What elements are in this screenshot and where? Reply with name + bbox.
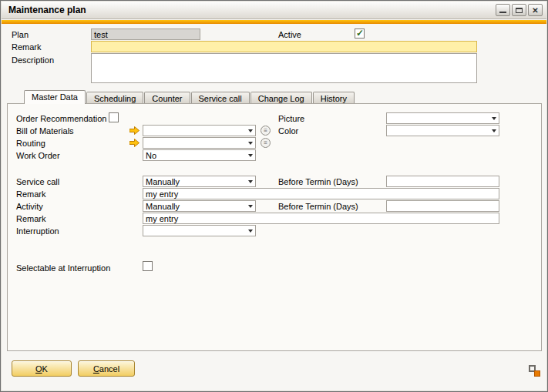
service-before-termin-label: Before Termin (Days): [278, 177, 358, 186]
description-field[interactable]: [91, 53, 477, 83]
description-label: Description: [12, 55, 54, 65]
activity-before-termin-label: Before Termin (Days): [278, 202, 358, 211]
work-order-label: Work Order: [16, 151, 60, 160]
service-call-combo-value: Manually: [146, 177, 180, 186]
resize-grip-icon[interactable]: [528, 364, 541, 377]
maintenance-plan-window: Maintenance plan ✕ Plan test Active Rema…: [0, 0, 548, 392]
bill-of-materials-combo[interactable]: [143, 125, 256, 136]
remark-label: Remark: [12, 42, 42, 52]
close-button[interactable]: ✕: [528, 4, 543, 16]
link-arrow-icon[interactable]: [129, 126, 140, 135]
window-title: Maintenance plan: [8, 5, 86, 15]
minimize-button[interactable]: [496, 4, 510, 16]
maximize-icon: [516, 8, 523, 13]
master-data-panel: [7, 103, 542, 351]
window-controls: ✕: [496, 4, 543, 16]
activity-label: Activity: [16, 202, 43, 211]
active-checkbox[interactable]: [355, 28, 365, 39]
activity-before-termin-field[interactable]: [386, 200, 499, 212]
tab-strip: Master Data Scheduling Counter Service c…: [24, 90, 355, 104]
chevron-down-icon: [492, 117, 496, 120]
bill-of-materials-label: Bill of Materials: [16, 126, 74, 136]
close-icon: ✕: [529, 5, 542, 15]
activity-remark-field[interactable]: my entry: [143, 213, 499, 224]
cancel-button-label-rest: ancel: [99, 364, 119, 374]
chevron-down-icon: [492, 129, 496, 132]
remark-field[interactable]: [91, 41, 477, 52]
chevron-down-icon: [248, 180, 253, 183]
activity-remark-label: Remark: [16, 214, 46, 223]
minimize-icon: [499, 12, 506, 13]
activity-combo[interactable]: Manually: [143, 200, 256, 212]
tab-master-data[interactable]: Master Data: [24, 90, 86, 104]
service-call-label: Service call: [16, 177, 59, 186]
work-order-combo[interactable]: No: [143, 149, 256, 161]
service-call-combo[interactable]: Manually: [143, 176, 256, 187]
service-remark-field[interactable]: my entry: [143, 188, 499, 199]
chevron-down-icon: [248, 230, 253, 233]
link-arrow-icon[interactable]: [129, 139, 140, 147]
maximize-button[interactable]: [512, 4, 526, 16]
tab-change-log[interactable]: Change Log: [250, 92, 312, 104]
order-recommendation-checkbox[interactable]: [109, 112, 119, 122]
resize-grip-square-filled: [534, 370, 540, 377]
order-recommendation-label: Order Recommendation: [16, 114, 106, 123]
activity-combo-value: Manually: [146, 202, 180, 211]
chevron-down-icon: [248, 205, 253, 208]
plan-field[interactable]: test: [91, 28, 200, 40]
ok-button[interactable]: OK: [12, 360, 72, 377]
color-label: Color: [278, 126, 298, 136]
selectable-at-interruption-label: Selectable at Interruption: [16, 263, 110, 273]
picture-combo[interactable]: [386, 112, 499, 124]
selectable-at-interruption-checkbox[interactable]: [143, 261, 153, 271]
color-combo[interactable]: [386, 125, 499, 136]
choose-from-list-icon[interactable]: [261, 138, 271, 148]
interruption-combo[interactable]: [143, 225, 256, 236]
tab-scheduling[interactable]: Scheduling: [86, 92, 143, 104]
chevron-down-icon: [248, 129, 253, 132]
title-bar[interactable]: Maintenance plan: [2, 2, 546, 19]
tab-counter[interactable]: Counter: [144, 92, 190, 104]
work-order-combo-value: No: [146, 151, 156, 160]
tab-history[interactable]: History: [313, 92, 355, 104]
service-remark-label: Remark: [16, 189, 46, 199]
ok-button-label-key: O: [35, 364, 42, 374]
ok-button-label-rest: K: [42, 364, 48, 374]
active-label: Active: [278, 30, 301, 39]
chevron-down-icon: [248, 154, 253, 157]
interruption-label: Interruption: [16, 226, 59, 236]
cancel-button[interactable]: Cancel: [78, 360, 135, 377]
routing-label: Routing: [16, 139, 45, 148]
chevron-down-icon: [248, 142, 253, 145]
plan-label: Plan: [12, 30, 29, 39]
cancel-button-label-key: C: [93, 364, 99, 374]
service-before-termin-field[interactable]: [386, 176, 499, 187]
accent-bar: [2, 20, 546, 24]
routing-combo[interactable]: [143, 137, 256, 149]
choose-from-list-icon[interactable]: [261, 126, 271, 136]
tab-service-call[interactable]: Service call: [191, 92, 250, 104]
picture-label: Picture: [278, 114, 304, 123]
